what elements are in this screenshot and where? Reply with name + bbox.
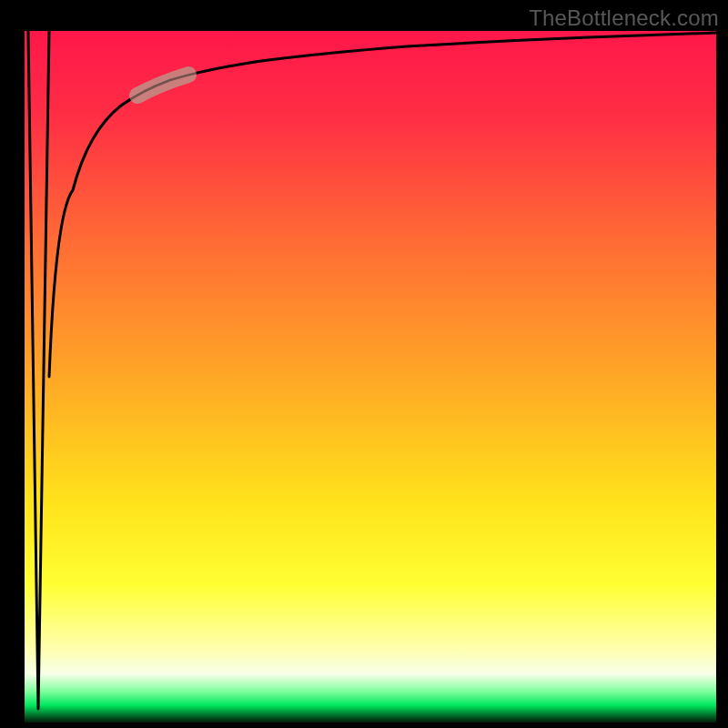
attribution-text: TheBottleneck.com [529,5,719,31]
bottleneck-chart [25,31,716,723]
gradient-background [25,31,716,723]
